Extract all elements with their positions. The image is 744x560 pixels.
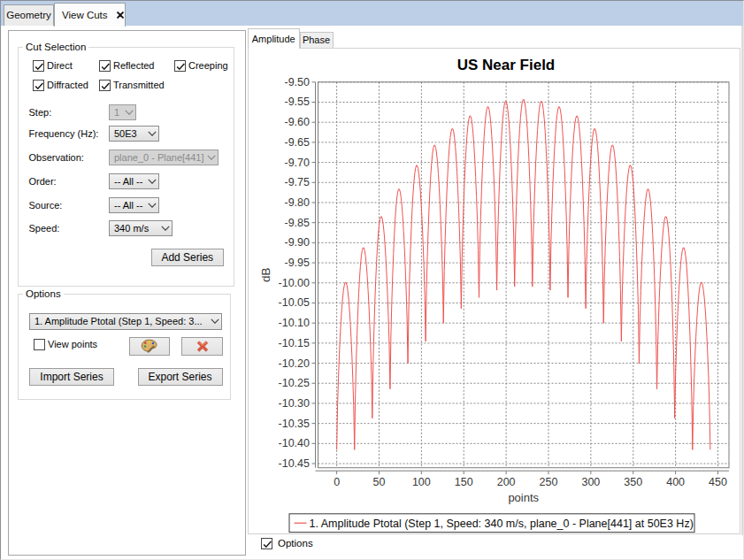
x-tick-label: 300 [581,476,600,488]
y-tick-label: -10.35 [279,418,310,430]
series-selector-dropdown[interactable]: 1. Amplitude Ptotal (Step 1, Speed: 3... [29,313,222,330]
chart-title: US Near Field [457,57,556,73]
dropdown-frequencyhz[interactable]: 50E3 [109,126,159,142]
dropdown-step[interactable]: 1 [109,104,136,120]
y-tick-label: -9.85 [285,217,311,229]
window-inner-right-edge [741,26,743,559]
y-tick-label: -9.70 [285,157,311,169]
dropdown-speed[interactable]: 340 m/s [109,220,173,236]
chevron-down-icon [145,203,158,208]
checkbox-label-diffracted: Diffracted [47,80,88,91]
tab-view-cuts-label: View Cuts [55,10,108,20]
us-near-field-chart: US Near Field-9.50-9.55-9.60-9.65-9.70-9… [256,47,737,534]
checkbox-diffracted[interactable] [33,80,44,91]
y-tick-label: -10.05 [279,296,310,309]
tab-view-cuts[interactable]: View Cuts [54,3,126,27]
field-label-source: Source: [29,197,63,213]
dropdown-order[interactable]: -- All -- [109,173,159,189]
y-tick-label: -9.50 [285,76,311,88]
series-color-button[interactable] [129,337,170,356]
status-bar: Options [256,535,744,560]
y-tick-label: -9.75 [285,176,311,188]
x-tick-label: 50 [373,476,386,488]
field-label-speed: Speed: [29,220,60,236]
dropdown-value: 1 [110,107,122,118]
checkbox-direct[interactable] [33,60,44,72]
y-tick-label: -10.15 [279,337,310,349]
cut-selection-group: Cut Selection DirectReflectedCreepingDif… [18,47,234,288]
x-tick-label: 250 [540,476,558,488]
view-points-label: View points [48,339,97,350]
tab-geometry[interactable]: Geometry [4,4,54,26]
dropdown-value: -- All -- [110,176,145,187]
series-options-group: Options 1. Amplitude Ptotal (Step 1, Spe… [18,294,231,400]
x-tick-label: 100 [412,476,431,488]
y-tick-label: -9.55 [285,96,311,108]
checkbox-label-reflected: Reflected [113,60,154,72]
import-series-button[interactable]: Import Series [29,368,114,386]
export-series-button[interactable]: Export Series [138,368,223,386]
checkbox-label-transmitted: Transmitted [113,80,165,91]
field-label-observation: Observation: [29,150,84,165]
y-axis-title: dB [259,267,272,282]
checkbox-label-creeping: Creeping [188,60,228,72]
x-tick-label: 400 [666,476,685,488]
y-tick-label: -10.00 [279,277,310,289]
x-tick-label: 450 [709,476,727,488]
chart-holder: US Near Field-9.50-9.55-9.60-9.65-9.70-9… [256,47,737,534]
x-axis-title: points [508,491,539,504]
y-tick-label: -10.10 [279,317,310,329]
y-tick-label: -9.95 [285,257,311,269]
checkbox-transmitted[interactable] [99,80,111,91]
field-label-order: Order: [29,173,57,189]
chevron-down-icon [204,155,218,160]
dropdown-source[interactable]: -- All -- [109,197,159,213]
series-options-title: Options [23,288,64,300]
tab-amplitude-label: Amplitude [252,34,295,44]
cut-selection-title: Cut Selection [23,42,88,53]
tab-close-icon[interactable] [117,12,124,19]
document-tabstrip: Geometry View Cuts [1,1,744,26]
dropdown-value: plane_0 - Plane[441] [110,152,204,163]
x-tick-label: 0 [334,476,340,488]
y-tick-label: -10.45 [279,457,310,470]
y-tick-label: -9.60 [285,116,311,128]
y-tick-label: -9.65 [285,136,311,149]
palette-icon [141,339,158,354]
cut-controls-panel: Cut Selection DirectReflectedCreepingDif… [8,30,246,556]
x-tick-label: 150 [455,476,473,488]
checkbox-creeping[interactable] [174,60,186,72]
dropdown-value: 340 m/s [110,223,158,234]
tab-phase[interactable]: Phase [300,32,334,49]
legend-label: 1. Amplitude Ptotal (Step 1, Speed: 340 … [310,518,694,530]
checkbox-reflected[interactable] [99,60,111,72]
view-points-checkbox[interactable] [34,339,45,350]
x-tick-label: 350 [624,476,642,488]
delete-cross-icon [196,340,210,353]
add-series-button[interactable]: Add Series [151,249,224,266]
application-window: Geometry View Cuts Cut Selection DirectR… [0,0,744,560]
tab-amplitude[interactable]: Amplitude [248,28,300,49]
y-tick-label: -10.40 [279,437,310,449]
dropdown-value: -- All -- [110,200,145,211]
chevron-down-icon [145,131,158,136]
y-tick-label: -9.80 [285,196,311,209]
x-tick-label: 200 [497,476,516,488]
chevron-down-icon [122,110,135,115]
dropdown-observation[interactable]: plane_0 - Plane[441] [109,150,219,165]
options-checkbox[interactable] [261,538,272,549]
tab-geometry-label: Geometry [6,10,51,20]
series-selector-value: 1. Amplitude Ptotal (Step 1, Speed: 3... [30,316,208,326]
y-tick-label: -10.30 [279,397,310,410]
tab-phase-label: Phase [303,35,330,45]
field-label-frequencyhz: Frequency (Hz): [29,126,99,142]
chevron-down-icon [145,179,158,184]
y-tick-label: -9.90 [285,236,311,249]
y-tick-label: -10.20 [279,357,310,370]
delete-series-button[interactable] [181,337,223,356]
field-label-step: Step: [29,104,52,120]
chevron-down-icon [158,226,172,231]
options-checkbox-label: Options [278,538,313,549]
y-tick-label: -10.25 [279,377,310,389]
checkbox-label-direct: Direct [47,60,73,72]
